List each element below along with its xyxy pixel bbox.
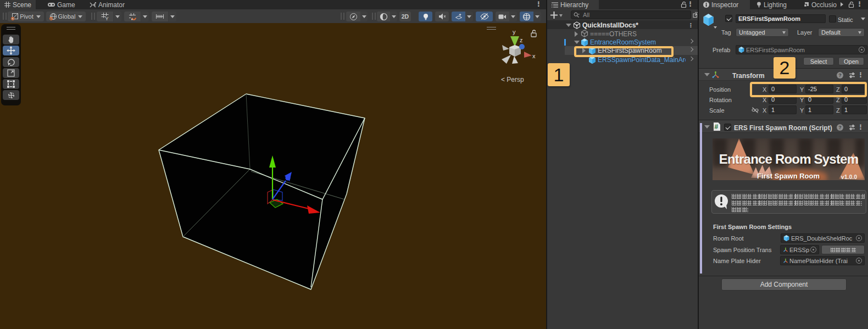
svg-text:z: z xyxy=(520,37,523,43)
svg-text:?: ? xyxy=(838,73,842,78)
svg-text:?: ? xyxy=(838,125,842,130)
svg-text:y: y xyxy=(513,29,516,35)
svg-text:x: x xyxy=(532,53,536,59)
